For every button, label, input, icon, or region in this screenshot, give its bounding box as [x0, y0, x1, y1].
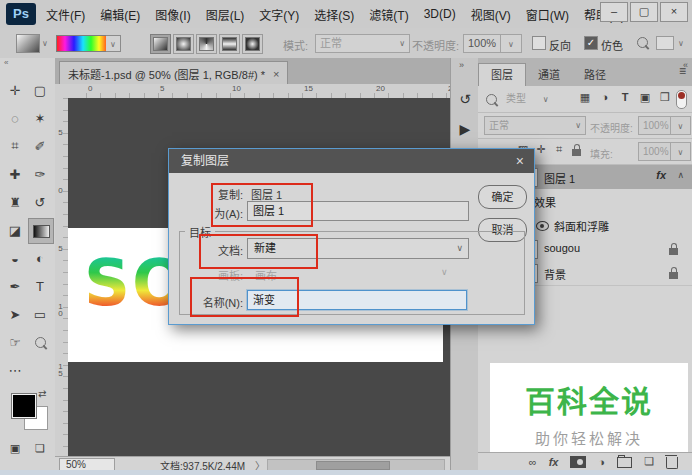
scrollbar-thumb[interactable]	[316, 461, 390, 470]
hand-tool[interactable]: ☞	[3, 330, 27, 354]
filter-pixel-icon[interactable]: ▦	[578, 91, 592, 104]
close-button[interactable]: ×	[660, 2, 688, 22]
menu-window[interactable]: 窗口(W)	[526, 6, 569, 23]
toolbar-collapse-icon[interactable]: «	[0, 58, 59, 70]
marquee-tool[interactable]: ▢	[28, 78, 52, 102]
tab-close-icon[interactable]: ×	[273, 68, 279, 80]
blend-mode-row: 正常 ∨ 不透明度: 100% ∨	[478, 112, 692, 139]
menu-filter[interactable]: 滤镜(T)	[369, 6, 408, 23]
lock-artboard-icon[interactable]: ⌗	[552, 143, 566, 156]
minimize-button[interactable]: –	[600, 2, 628, 22]
gradient-tool[interactable]	[28, 218, 54, 244]
blend-mode-select[interactable]: 正常 ∨	[484, 116, 586, 135]
brush-tool[interactable]: ✑	[28, 162, 52, 186]
path-select-tool[interactable]: ➤	[3, 302, 27, 326]
magic-wand-tool[interactable]: ✶	[28, 106, 52, 130]
clone-stamp-tool[interactable]: ♜	[3, 190, 27, 214]
dock-collapse-icon[interactable]: »	[459, 60, 464, 70]
ruler-tick-label: 5	[56, 128, 65, 135]
swap-colors-icon[interactable]: ⇄	[38, 388, 46, 399]
panel-collapse-icon[interactable]: «	[683, 60, 688, 70]
search-icon[interactable]	[637, 37, 648, 48]
search-icon	[486, 94, 497, 105]
filter-type-icon[interactable]: T	[618, 91, 632, 103]
fx-badge[interactable]: fx	[656, 169, 666, 181]
layer-style-icon[interactable]: fx	[549, 456, 559, 468]
pen-tool[interactable]: ✒	[3, 274, 27, 298]
ok-button[interactable]: 确定	[478, 185, 527, 209]
tool-preset-chevron-icon[interactable]: ∨	[42, 39, 48, 48]
menu-file[interactable]: 文件(F)	[46, 6, 85, 23]
filter-kind-select[interactable]: 类型 ∨	[502, 90, 570, 107]
reverse-checkbox[interactable]	[532, 36, 546, 50]
link-layers-icon[interactable]: ∞	[529, 456, 537, 468]
dodge-tool[interactable]: ◐	[28, 246, 52, 270]
ruler-tick-label: 20	[376, 84, 385, 93]
filter-adjustment-icon[interactable]: ◑	[598, 91, 612, 103]
tab-layers[interactable]: 图层	[478, 63, 526, 86]
quick-mask-button[interactable]: ▣	[3, 436, 27, 460]
menu-select[interactable]: 选择(S)	[314, 6, 354, 23]
dialog-title-bar[interactable]: 复制图层 ×	[169, 149, 534, 173]
gradient-picker-chevron-icon[interactable]: ∨	[106, 35, 121, 52]
shape-tool[interactable]: ▭	[28, 302, 52, 326]
more-tools-button[interactable]: ⋯	[3, 358, 27, 382]
menu-image[interactable]: 图像(I)	[155, 6, 190, 23]
type-tool[interactable]: T	[28, 274, 52, 298]
dialog-close-icon[interactable]: ×	[516, 149, 524, 173]
filter-shape-icon[interactable]: ▣	[638, 91, 652, 104]
eye-icon[interactable]	[536, 221, 549, 231]
opacity-chevron-icon[interactable]: ∨	[670, 116, 691, 135]
actions-panel-icon[interactable]: ▶	[454, 118, 476, 140]
lock-all-icon[interactable]	[572, 149, 581, 156]
move-tool[interactable]: ✛	[3, 78, 27, 102]
dither-checkbox[interactable]: ✓	[584, 36, 598, 50]
lock-position-icon[interactable]: ✛	[534, 143, 548, 156]
filter-smart-object-icon[interactable]: ❒	[658, 91, 672, 104]
lock-icon	[669, 248, 678, 255]
history-panel-icon[interactable]: ↺	[454, 88, 476, 110]
workspace-toggle-icon[interactable]	[656, 36, 674, 50]
gradient-radial-button[interactable]	[173, 34, 194, 54]
tab-paths[interactable]: 路径	[572, 64, 618, 86]
gradient-reflected-button[interactable]	[219, 34, 240, 54]
mode-select[interactable]: 正常 ∨	[315, 34, 410, 53]
ruler-tick-label: 15	[56, 362, 65, 376]
blur-tool[interactable]: ◒	[3, 246, 27, 270]
tool-preset-thumb[interactable]	[16, 34, 40, 53]
menu-edit[interactable]: 编辑(E)	[100, 6, 140, 23]
gradient-angle-button[interactable]	[196, 34, 217, 54]
new-layer-icon[interactable]: ❏	[644, 455, 654, 468]
menu-layer[interactable]: 图层(L)	[206, 6, 245, 23]
add-mask-icon[interactable]	[570, 456, 586, 468]
crop-tool[interactable]: ⌗	[3, 134, 27, 158]
ruler-corner[interactable]	[55, 84, 69, 99]
artboard-chevron-icon: ∨	[441, 267, 448, 277]
new-group-icon[interactable]	[617, 457, 632, 468]
gradient-preview[interactable]	[56, 35, 108, 52]
history-brush-tool[interactable]: ↺	[28, 190, 52, 214]
filter-toggle[interactable]	[676, 90, 687, 109]
eyedropper-tool[interactable]: ✐	[28, 134, 52, 158]
delete-layer-icon[interactable]	[666, 457, 678, 469]
healing-brush-tool[interactable]: ✚	[3, 162, 27, 186]
document-tab[interactable]: 未标题-1.psd @ 50% (图层 1, RGB/8#) * ×	[59, 61, 288, 85]
dialog-title: 复制图层	[181, 154, 229, 168]
gradient-diamond-button[interactable]	[242, 34, 263, 54]
lasso-tool[interactable]: ◌	[3, 106, 27, 130]
eraser-tool[interactable]: ◪	[3, 218, 27, 242]
foreground-color-swatch[interactable]	[12, 394, 36, 418]
zoom-tool[interactable]	[28, 330, 52, 354]
maximize-button[interactable]: ▢	[630, 2, 658, 22]
opacity-chevron-icon[interactable]: ∨	[500, 34, 522, 53]
menu-3d[interactable]: 3D(D)	[424, 7, 456, 21]
screen-mode-button[interactable]: ❏	[28, 436, 52, 460]
layer-filter-row: 类型 ∨ ▦ ◑ T ▣ ❒	[478, 86, 692, 113]
adjustment-layer-icon[interactable]: ◑	[598, 456, 605, 468]
menu-view[interactable]: 视图(V)	[471, 6, 511, 23]
menu-type[interactable]: 文字(Y)	[259, 6, 299, 23]
gradient-linear-button[interactable]	[150, 34, 171, 54]
tab-channels[interactable]: 通道	[526, 64, 572, 86]
fill-chevron-icon[interactable]: ∨	[670, 142, 691, 161]
effects-expand-icon[interactable]: ∧	[677, 170, 684, 180]
